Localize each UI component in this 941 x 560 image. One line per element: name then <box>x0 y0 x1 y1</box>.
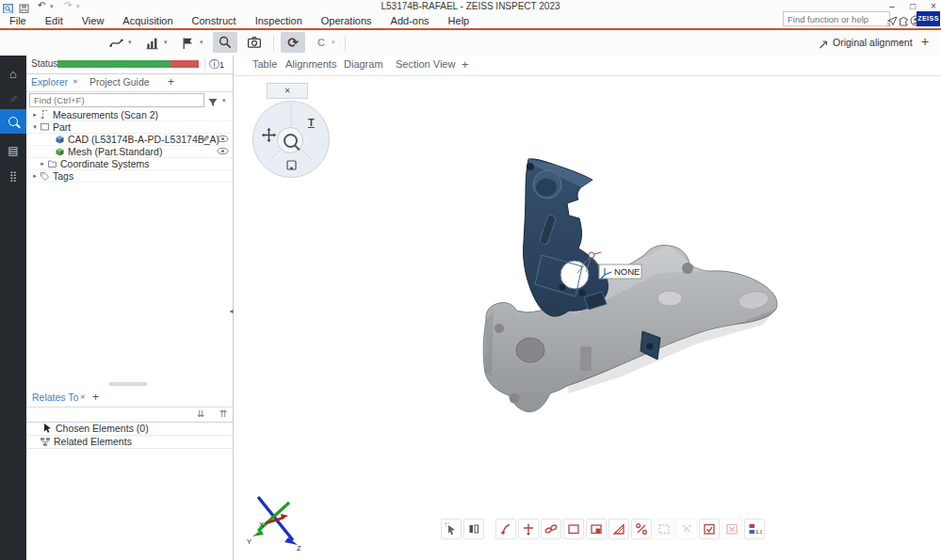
tab-table[interactable]: Table <box>252 58 277 70</box>
scene-3d[interactable]: NONE X Y Z <box>234 75 941 560</box>
uncheck-label-button[interactable] <box>722 519 742 539</box>
zeiss-inspect-window: ↶ ▾ ↷ ▾ L53174B-RAFAEL - ZEISS INSPECT 2… <box>0 0 941 560</box>
collapse-icon[interactable]: ▾ <box>30 123 40 131</box>
diagram-tool-dropdown-icon[interactable]: ▾ <box>164 39 168 46</box>
link-label-button[interactable] <box>541 519 561 539</box>
related-elements-icon <box>40 437 51 447</box>
status-info-badge[interactable]: ⓘ1 <box>209 57 224 72</box>
menu-edit[interactable]: Edit <box>36 13 73 28</box>
tab-relates-to[interactable]: Relates To <box>32 392 78 403</box>
check-label-button[interactable] <box>699 519 720 539</box>
curve-tool-dropdown-icon[interactable]: ▾ <box>128 39 132 46</box>
tree-row-coordinate-systems[interactable]: ▸ Coordinate Systems <box>26 157 233 170</box>
related-elements-row[interactable]: Related Elements <box>26 435 233 449</box>
percent-link-button[interactable] <box>631 519 652 539</box>
compare-view-button[interactable] <box>463 519 484 539</box>
tab-diagram[interactable]: Diagram <box>344 58 383 70</box>
menu-file[interactable]: File <box>0 13 36 28</box>
tree-row-cad[interactable]: CAD (L53174B-A-PD-L53174B_A) ✎ <box>26 133 233 146</box>
alignment-dropdown-icon[interactable]: ▾ <box>900 40 904 47</box>
undo-button[interactable]: ↶ <box>38 0 45 10</box>
expand-all-icon[interactable]: ⇈ <box>219 408 227 419</box>
tree-row-mesh[interactable]: Mesh (Part.Standard) <box>26 145 233 158</box>
label-frame-button[interactable] <box>563 519 584 539</box>
search-tool-button[interactable] <box>213 32 237 53</box>
rail-search-button[interactable] <box>0 109 26 134</box>
radial-menu[interactable]: T <box>252 101 330 178</box>
tree-row-measurements[interactable]: ▸ Measurements (Scan 2) <box>26 108 233 121</box>
tab-explorer-close-icon[interactable]: ✕ <box>73 78 78 86</box>
diagram-tool-button[interactable] <box>141 32 162 53</box>
tree-search-input[interactable] <box>29 93 204 107</box>
menu-operations[interactable]: Operations <box>312 13 381 28</box>
deviation-label-button[interactable] <box>495 519 516 539</box>
flag-tool-dropdown-icon[interactable]: ▾ <box>200 39 203 46</box>
panel-splitter[interactable] <box>26 379 233 389</box>
redo-button[interactable]: ↷ <box>64 0 72 10</box>
visibility-eye-icon[interactable] <box>217 146 229 157</box>
select-rect-icon[interactable] <box>285 158 298 175</box>
mesh-icon <box>55 146 65 156</box>
radial-close-button[interactable]: ✕ <box>267 83 308 99</box>
splitter-grip[interactable] <box>109 382 147 386</box>
expand-icon[interactable]: ▸ <box>30 111 40 119</box>
menu-acquisition[interactable]: Acquisition <box>113 13 182 28</box>
menu-construct[interactable]: Construct <box>183 13 246 28</box>
collapse-all-icon[interactable]: ⇊ <box>197 408 204 419</box>
redo-calc-button[interactable]: C <box>311 32 332 53</box>
expand-icon[interactable]: ▸ <box>30 172 40 180</box>
explorer-tabs: Explorer ✕ Project Guide + <box>26 73 233 92</box>
tab-section-view[interactable]: Section View <box>396 58 455 70</box>
tab-relates-close-icon[interactable]: ✕ <box>80 393 86 401</box>
recalculate-button[interactable]: ⟳ <box>281 32 305 53</box>
status-separator <box>204 57 205 71</box>
add-view-tab-button[interactable]: + <box>462 57 469 72</box>
rail-report-button[interactable]: ▤ <box>0 138 26 163</box>
redo-calc-dropdown-icon[interactable]: ▾ <box>332 39 335 46</box>
zoom-icon[interactable] <box>284 134 298 148</box>
chosen-elements-label: Chosen Elements (0) <box>56 423 149 434</box>
select-elements-button[interactable] <box>441 519 462 539</box>
filter-dropdown-icon[interactable]: ▾ <box>222 97 226 104</box>
pen-icon: ✎ <box>9 94 17 104</box>
label-image-button[interactable] <box>586 519 607 539</box>
axis-z-label: Z <box>297 544 301 552</box>
rail-apps-button[interactable]: ⣿ <box>0 164 26 188</box>
annotation-label: NONE <box>614 266 640 277</box>
edit-icon[interactable]: ✎ <box>202 134 209 144</box>
undo-dropdown-icon[interactable]: ▾ <box>50 3 54 10</box>
angle-ruler-button[interactable] <box>608 519 629 539</box>
tab-explorer[interactable]: Explorer <box>31 76 68 88</box>
axis-y-label: Y <box>247 537 251 546</box>
tree-row-tags[interactable]: ▸ Tags <box>26 169 233 183</box>
redo-dropdown-icon[interactable]: ▾ <box>76 3 80 10</box>
add-tab-button[interactable]: + <box>168 75 174 88</box>
pan-icon[interactable] <box>261 127 277 147</box>
visibility-eye-icon[interactable] <box>217 134 229 145</box>
tree-row-part[interactable]: ▾ Part <box>26 120 233 134</box>
tab-alignments[interactable]: Alignments <box>285 58 336 70</box>
global-search-input[interactable] <box>783 11 890 26</box>
dimension-cross-button[interactable] <box>518 519 539 539</box>
add-alignment-button[interactable]: + <box>921 34 929 49</box>
menu-help[interactable]: Help <box>439 13 479 28</box>
add-relates-tab-button[interactable]: + <box>92 391 99 404</box>
dotted-frame-button[interactable] <box>654 519 674 539</box>
curve-tool-button[interactable] <box>105 32 126 53</box>
status-row: Status ⓘ1 <box>26 56 233 74</box>
expand-icon[interactable]: ▸ <box>38 160 47 168</box>
chosen-elements-row[interactable]: Chosen Elements (0) <box>26 422 233 436</box>
snapshot-button[interactable] <box>243 32 266 53</box>
relates-to-tabs: Relates To ✕ + <box>26 389 233 408</box>
progress-red <box>170 60 199 68</box>
rail-draw-button[interactable]: ✎ <box>0 87 26 111</box>
deviation-values-button[interactable]: 1.0 <box>744 519 765 539</box>
menu-inspection[interactable]: Inspection <box>246 13 312 28</box>
menu-view[interactable]: View <box>73 13 114 28</box>
dotted-remove-button[interactable] <box>676 519 697 539</box>
text-tool[interactable]: T <box>308 117 315 128</box>
tab-project-guide[interactable]: Project Guide <box>89 76 150 88</box>
menu-addons[interactable]: Add-ons <box>381 13 439 28</box>
rail-home-button[interactable]: ⌂ <box>0 61 26 86</box>
flag-tool-button[interactable] <box>177 32 198 53</box>
